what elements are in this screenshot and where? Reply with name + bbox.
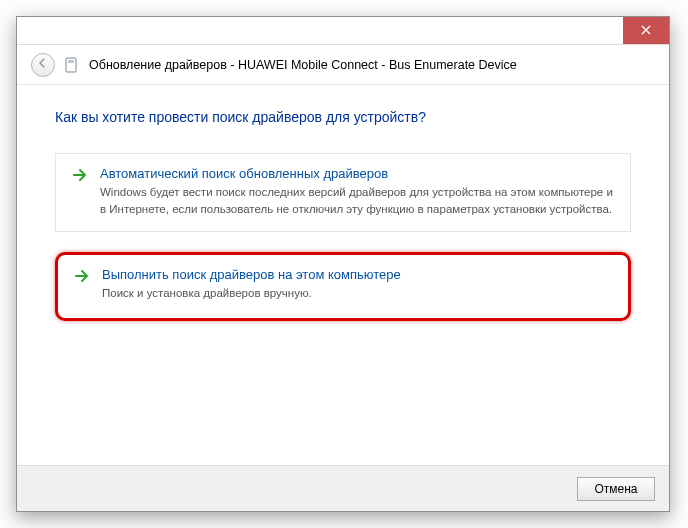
back-arrow-icon [37,57,49,72]
option-title: Выполнить поиск драйверов на этом компью… [102,267,401,282]
window-title: Обновление драйверов - HUAWEI Mobile Con… [89,58,517,72]
option-body: Выполнить поиск драйверов на этом компью… [102,267,401,302]
dialog-window: Обновление драйверов - HUAWEI Mobile Con… [16,16,670,512]
option-title: Автоматический поиск обновленных драйвер… [100,166,614,181]
footer: Отмена [17,465,669,511]
back-button[interactable] [31,53,55,77]
option-body: Автоматический поиск обновленных драйвер… [100,166,614,217]
page-heading: Как вы хотите провести поиск драйверов д… [55,109,631,125]
content-area: Как вы хотите провести поиск драйверов д… [17,85,669,321]
close-icon [641,24,651,38]
option-auto-search[interactable]: Автоматический поиск обновленных драйвер… [55,153,631,232]
arrow-right-icon [74,268,90,284]
cancel-button[interactable]: Отмена [577,477,655,501]
close-button[interactable] [623,17,669,44]
header: Обновление драйверов - HUAWEI Mobile Con… [17,45,669,85]
option-desc: Поиск и установка драйверов вручную. [102,285,401,302]
device-icon [65,57,79,73]
svg-rect-1 [68,60,74,63]
option-browse-computer[interactable]: Выполнить поиск драйверов на этом компью… [55,252,631,321]
titlebar [17,17,669,45]
option-desc: Windows будет вести поиск последних верс… [100,184,614,217]
arrow-right-icon [72,167,88,183]
